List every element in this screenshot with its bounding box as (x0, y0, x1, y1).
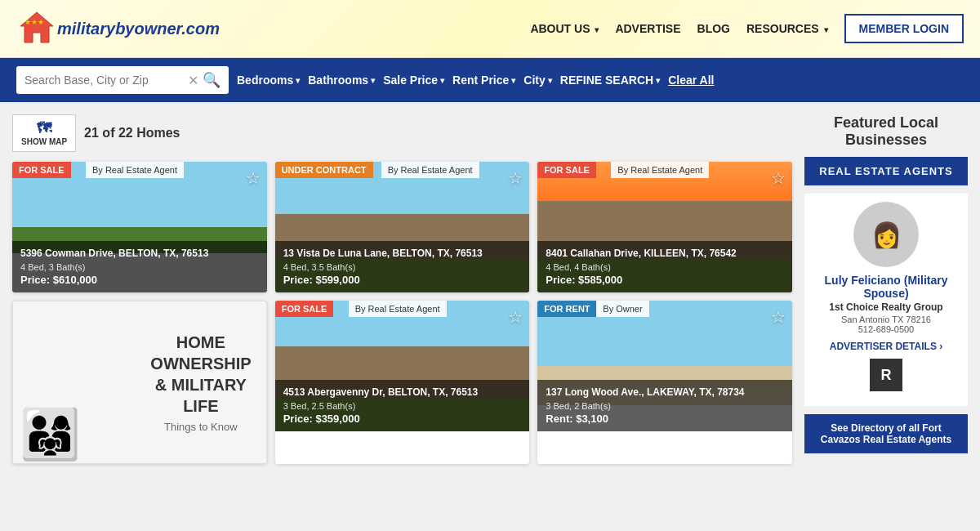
property-price: Price: $599,000 (283, 274, 522, 286)
property-price: Price: $585,000 (546, 274, 784, 286)
favorite-button[interactable]: ☆ (771, 168, 786, 188)
city-filter[interactable]: City ▾ (523, 74, 551, 87)
promo-people-image: 👨‍👩‍👧 (20, 405, 81, 463)
property-info: 137 Long Wood Ave., LAKEWAY, TX, 78734 3… (537, 380, 792, 431)
property-info: 5396 Cowman Drive, BELTON, TX, 76513 4 B… (12, 241, 267, 292)
map-icon: 🗺 (37, 120, 51, 137)
property-grid: FOR SALE By Real Estate Agent ☆ 5396 Cow… (12, 162, 792, 464)
property-info: 4513 Abergavenny Dr, BELTON, TX, 76513 3… (275, 380, 530, 431)
svg-marker-0 (20, 12, 53, 42)
property-address: 5396 Cowman Drive, BELTON, TX, 76513 (20, 248, 259, 261)
favorite-button[interactable]: ☆ (771, 307, 786, 327)
property-address: 13 Vista De Luna Lane, BELTON, TX, 76513 (283, 248, 522, 261)
agent-label: By Real Estate Agent (611, 162, 709, 178)
property-address: 4513 Abergavenny Dr, BELTON, TX, 76513 (283, 386, 522, 399)
rent-price-filter[interactable]: Rent Price ▾ (452, 74, 515, 87)
list-item[interactable]: FOR SALE By Real Estate Agent ☆ 5396 Cow… (12, 162, 267, 292)
clear-all-button[interactable]: Clear All (668, 74, 714, 87)
logo-text: militarybyowner.com (57, 20, 220, 38)
property-price: Price: $359,000 (283, 413, 522, 425)
agent-label: By Real Estate Agent (349, 301, 447, 317)
directory-button[interactable]: See Directory of all Fort Cavazos Real E… (804, 414, 968, 453)
show-map-label: SHOW MAP (21, 137, 67, 146)
agent-label: By Real Estate Agent (86, 162, 184, 178)
property-image-container: FOR SALE By Real Estate Agent ☆ 4513 Abe… (275, 301, 530, 431)
agent-name: Luly Feliciano (Military Spouse) (813, 274, 960, 300)
logo[interactable]: ★★★ militarybyowner.com (16, 8, 220, 49)
bedrooms-filter[interactable]: Bedrooms ▾ (237, 74, 300, 87)
property-details: 3 Bed, 2 Bath(s) (546, 401, 784, 411)
for-sale-badge: FOR SALE (537, 162, 596, 178)
favorite-button[interactable]: ☆ (246, 168, 261, 188)
listings-area: 🗺 SHOW MAP 21 of 22 Homes FOR SALE By Re… (12, 114, 792, 464)
agent-label: By Real Estate Agent (381, 162, 479, 178)
property-details: 4 Bed, 4 Bath(s) (546, 262, 784, 272)
property-address: 8401 Callahan Drive, KILLEEN, TX, 76542 (546, 248, 784, 261)
property-image-container: FOR RENT By Owner ☆ 137 Long Wood Ave., … (537, 301, 792, 431)
bathrooms-filter[interactable]: Bathrooms ▾ (308, 74, 375, 87)
property-details: 4 Bed, 3 Bath(s) (20, 262, 259, 272)
main-content: 🗺 SHOW MAP 21 of 22 Homes FOR SALE By Re… (0, 102, 980, 476)
for-sale-badge: FOR SALE (12, 162, 71, 178)
advertiser-details-link[interactable]: ADVERTISER DETAILS › (813, 341, 960, 352)
search-input-wrapper: ✕ 🔍 (16, 66, 229, 94)
logo-icon: ★★★ (16, 8, 57, 49)
property-price: Price: $610,000 (20, 274, 259, 286)
nav-resources[interactable]: RESOURCES ▾ (746, 22, 828, 35)
avatar: 👩 (853, 202, 919, 267)
nav-advertise[interactable]: ADVERTISE (615, 22, 680, 35)
favorite-button[interactable]: ☆ (508, 307, 523, 327)
header: ★★★ militarybyowner.com ABOUT US ▾ ADVER… (0, 0, 980, 58)
search-input[interactable] (24, 74, 188, 87)
property-image-container: UNDER CONTRACT By Real Estate Agent ☆ 13… (275, 162, 530, 292)
property-info: 13 Vista De Luna Lane, BELTON, TX, 76513… (275, 241, 530, 292)
sidebar-section-label[interactable]: REAL ESTATE AGENTS (804, 157, 968, 185)
property-image-container: FOR SALE By Real Estate Agent ☆ 5396 Cow… (12, 162, 267, 292)
listings-count: 21 of 22 Homes (84, 126, 180, 141)
agent-location: San Antonio TX 78216 (813, 315, 960, 324)
member-login-button[interactable]: MEMBER LOGIN (844, 14, 964, 43)
list-item[interactable]: FOR SALE By Real Estate Agent ☆ 4513 Abe… (275, 301, 530, 464)
for-sale-badge: FOR SALE (275, 301, 334, 317)
nav-about-us[interactable]: ABOUT US ▾ (530, 22, 599, 35)
nav-blog[interactable]: BLOG (697, 22, 730, 35)
main-nav: ABOUT US ▾ ADVERTISE BLOG RESOURCES ▾ ME… (530, 14, 964, 43)
agent-phone: 512-689-0500 (813, 324, 960, 334)
refine-search-filter[interactable]: REFINE SEARCH ▾ (560, 74, 660, 87)
property-address: 137 Long Wood Ave., LAKEWAY, TX, 78734 (546, 386, 784, 399)
property-image-container: FOR SALE By Real Estate Agent ☆ 8401 Cal… (537, 162, 792, 292)
promo-subtitle: Things to Know (150, 421, 251, 433)
favorite-button[interactable]: ☆ (508, 168, 523, 188)
show-map-button[interactable]: 🗺 SHOW MAP (12, 114, 76, 152)
promo-title: HOME OWNERSHIP & MILITARY LIFE (150, 332, 251, 417)
under-contract-badge: UNDER CONTRACT (275, 162, 373, 178)
sidebar-title: Featured Local Businesses (804, 114, 968, 149)
sale-price-filter[interactable]: Sale Price ▾ (383, 74, 444, 87)
clear-input-icon[interactable]: ✕ (188, 73, 198, 88)
property-price: Rent: $3,100 (546, 413, 784, 425)
property-details: 4 Bed, 3.5 Bath(s) (283, 262, 522, 272)
list-item[interactable]: FOR RENT By Owner ☆ 137 Long Wood Ave., … (537, 301, 792, 464)
list-item[interactable]: FOR SALE By Real Estate Agent ☆ 8401 Cal… (537, 162, 792, 292)
sidebar: Featured Local Businesses REAL ESTATE AG… (804, 114, 968, 464)
agent-company: 1st Choice Realty Group (813, 301, 960, 313)
svg-text:★★★: ★★★ (24, 18, 44, 26)
agent-label: By Owner (596, 301, 648, 317)
realtor-logo: R (870, 359, 902, 391)
for-rent-badge: FOR RENT (537, 301, 596, 317)
agent-card: 👩 Luly Feliciano (Military Spouse) 1st C… (804, 194, 968, 406)
search-bar: ✕ 🔍 Bedrooms ▾ Bathrooms ▾ Sale Price ▾ … (0, 58, 980, 102)
list-item[interactable]: UNDER CONTRACT By Real Estate Agent ☆ 13… (275, 162, 530, 292)
list-item[interactable]: 👨‍👩‍👧 HOME OWNERSHIP & MILITARY LIFE Thi… (12, 301, 267, 464)
listings-header: 🗺 SHOW MAP 21 of 22 Homes (12, 114, 792, 152)
property-info: 8401 Callahan Drive, KILLEEN, TX, 76542 … (537, 241, 792, 292)
search-icon[interactable]: 🔍 (203, 71, 220, 89)
property-details: 3 Bed, 2.5 Bath(s) (283, 401, 522, 411)
